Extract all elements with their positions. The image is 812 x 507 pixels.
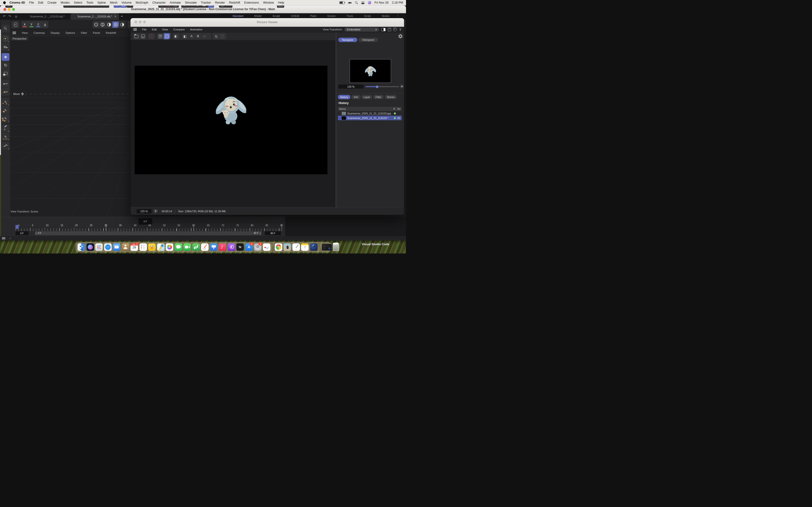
edges-mode-button[interactable] — [99, 21, 106, 28]
dock-icon-finder[interactable] — [78, 243, 85, 251]
workspace-nodes[interactable]: Nodes — [382, 14, 390, 17]
dock-icon-keynote[interactable] — [210, 243, 217, 251]
column-name[interactable]: Name — [338, 107, 392, 110]
tab-close-icon[interactable]: ✕ — [114, 13, 116, 20]
rotate-tool-button[interactable]: ↻ — [2, 61, 9, 69]
menu-extensions[interactable]: Extensions — [244, 1, 259, 4]
range-grip-right[interactable] — [260, 232, 261, 235]
range-end-field[interactable]: 90 F — [265, 231, 281, 235]
pv-zoom-field[interactable]: 125 % — [137, 209, 152, 213]
workspace-model[interactable]: Model — [254, 14, 261, 17]
undo-icon[interactable]: ↶ — [3, 14, 6, 18]
find-tool-button[interactable] — [2, 24, 9, 32]
pv-menu-file[interactable]: File — [142, 28, 147, 31]
spotlight-icon[interactable] — [355, 1, 358, 4]
dock-icon-trash[interactable] — [333, 243, 339, 251]
menu-render[interactable]: Render — [215, 1, 225, 4]
set-a-button[interactable]: A — [188, 33, 195, 39]
wifi-icon[interactable] — [348, 1, 352, 4]
tab-layer[interactable]: Layer — [361, 95, 372, 99]
dock-icon-numbers[interactable] — [192, 243, 200, 251]
texture-mode-button[interactable] — [119, 21, 125, 28]
menu-character[interactable]: Character — [152, 1, 165, 4]
tweak-tool-button[interactable]: ⚙▶ — [2, 43, 9, 51]
history-row-2-selected[interactable]: ▾ Scaniverse_2025_11_21_113103 * 00 — [338, 116, 402, 120]
menu-animate[interactable]: Animate — [170, 1, 181, 4]
spline-arc-button[interactable]: ✎ — [2, 106, 9, 114]
pen-primitive-button[interactable]: ✎ — [2, 114, 9, 122]
redshift-icon[interactable] — [398, 34, 403, 38]
view-transform-select[interactable]: Embedded▼ — [344, 27, 379, 32]
dock-icon-chrome[interactable] — [275, 243, 282, 251]
menu-redshift[interactable]: Redshift — [229, 1, 240, 4]
dock-icon-textedit[interactable] — [292, 243, 300, 251]
workplane-button[interactable] — [12, 21, 19, 28]
dock-icon-cyberduck[interactable] — [148, 243, 156, 251]
navigator-zoom-field[interactable]: 125 % — [338, 84, 363, 89]
dock-icon-siri[interactable] — [87, 243, 94, 251]
axis-lock-x[interactable]: X — [21, 21, 28, 28]
vp-menu-display[interactable]: Display — [51, 32, 60, 34]
column-re[interactable]: Re — [397, 107, 402, 110]
status-check-icon[interactable]: ✓ — [9, 237, 11, 240]
menu-modes[interactable]: Modes — [61, 1, 70, 4]
redo-icon[interactable]: ↷ — [8, 14, 11, 18]
siri-icon[interactable] — [368, 1, 371, 4]
pv-menu-view[interactable]: View — [162, 28, 168, 31]
column-r[interactable]: R — [392, 107, 397, 110]
battery-icon[interactable] — [339, 1, 345, 4]
scale-tool-button[interactable] — [2, 69, 9, 77]
detach-window-button[interactable] — [388, 28, 391, 31]
dock-icon-photos[interactable] — [166, 243, 173, 251]
range-grip-left[interactable] — [36, 232, 37, 235]
dock-icon-system-settings[interactable]: 2 — [254, 243, 261, 251]
workspace-standard[interactable]: Standard — [233, 14, 243, 17]
navigator-zoom-slider[interactable] — [366, 86, 399, 87]
vp-menu-panel[interactable]: Panel — [93, 32, 100, 34]
pv-menu-compare[interactable]: Compare — [173, 28, 185, 31]
current-frame-field[interactable]: 0 F — [139, 218, 152, 225]
home-icon[interactable]: ⌂ — [15, 14, 17, 18]
workspace-track[interactable]: Track — [347, 14, 353, 17]
scroll-mode-button[interactable]: ↕ — [399, 28, 402, 32]
menu-edit[interactable]: Edit — [38, 1, 44, 4]
timeline-ruler[interactable]: 0 5 10 15 20 25 30 35 40 45 50 55 60 65 … — [1, 224, 285, 228]
pv-menu-edit[interactable]: Edit — [152, 28, 157, 31]
range-slider[interactable]: 0 F 90 F — [35, 231, 261, 235]
range-start-field[interactable]: 0 F — [15, 231, 29, 235]
workspace-uvedit[interactable]: UVEdit — [291, 14, 299, 17]
axis-lock-y[interactable]: Y — [28, 21, 35, 28]
tab-info[interactable]: Info — [351, 95, 361, 99]
tab-stereo[interactable]: Stereo — [385, 95, 397, 99]
dock-icon-music[interactable] — [219, 243, 226, 251]
pv-titlebar[interactable]: Picture Viewer — [131, 18, 404, 27]
compare-toggle-button[interactable]: ◐ — [172, 33, 179, 39]
live-selection-button[interactable]: ▶ — [2, 35, 9, 43]
vp-menu-options[interactable]: Options — [65, 32, 75, 34]
pan-mode-button[interactable] — [394, 28, 397, 31]
menubar-time[interactable]: 2:18 PM — [392, 1, 403, 4]
workspace-groom[interactable]: Groom — [327, 14, 336, 17]
vp-menu-view[interactable]: View — [22, 32, 28, 34]
navigator-zoom-dropdown[interactable]: ▼ — [400, 84, 404, 89]
tab-history[interactable]: History — [338, 95, 350, 99]
tab-document-1[interactable]: Scaniverse_2..._113103.obj * — [25, 13, 69, 20]
menu-mograph[interactable]: MoGraph — [136, 1, 148, 4]
dock-icon-contacts[interactable] — [122, 243, 129, 251]
render-hardware-button[interactable] — [164, 33, 170, 39]
dock-icon-maps[interactable] — [157, 243, 164, 251]
workspace-sculpt[interactable]: Sculpt — [272, 14, 280, 17]
axis-modify-button[interactable]: ◆↔ — [2, 88, 9, 96]
spline-pen-button[interactable]: ✎ — [2, 98, 9, 106]
new-tab-button[interactable]: + — [121, 14, 123, 18]
save-button[interactable] — [140, 33, 146, 39]
viewport-menu-icon[interactable] — [12, 32, 16, 34]
clear-render-button[interactable]: ✕ — [157, 33, 164, 39]
tab-navigator[interactable]: Navigator — [338, 38, 357, 42]
copy-image-button[interactable] — [213, 33, 219, 39]
menu-help[interactable]: Help — [278, 1, 284, 4]
vscode-desktop-label[interactable]: Visual Studio Code — [362, 243, 389, 246]
dock-icon-reminders[interactable] — [140, 243, 147, 251]
menu-tools[interactable]: Tools — [86, 1, 93, 4]
menu-spline[interactable]: Spline — [97, 1, 106, 4]
